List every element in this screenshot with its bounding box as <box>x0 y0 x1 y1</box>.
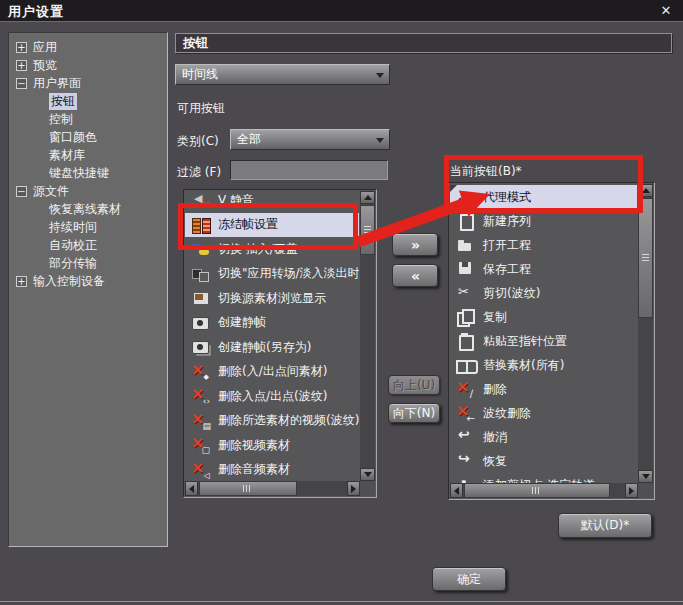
default-button[interactable]: 默认(D)* <box>558 513 652 538</box>
remove-button[interactable]: « <box>392 264 438 287</box>
delete-icon <box>456 381 475 397</box>
sidebar-item[interactable]: +预览 <box>9 56 167 74</box>
sidebar-item[interactable]: −源文件 <box>9 182 167 200</box>
paste-pointer-icon <box>456 333 475 349</box>
move-up-button[interactable]: 向上(U) <box>388 375 440 395</box>
list-item-label: 打开工程 <box>483 237 531 254</box>
list-item[interactable]: 波纹删除 <box>450 401 637 425</box>
context-dropdown-value: 时间线 <box>182 67 218 81</box>
list-item-label: 删除视频素材 <box>218 437 290 454</box>
filter-input[interactable] <box>230 160 388 180</box>
horizontal-scrollbar[interactable] <box>450 483 638 498</box>
close-icon[interactable]: ✕ <box>657 2 675 20</box>
scroll-up-button[interactable] <box>360 191 375 204</box>
arrow-left-icon <box>450 487 459 495</box>
list-item-label: 剪切(波纹) <box>483 285 540 302</box>
undo-icon <box>456 429 475 445</box>
list-item[interactable]: 恢复 <box>450 449 637 473</box>
list-item[interactable]: 删除所选素材的视频(波纹) <box>185 409 359 434</box>
available-buttons-label: 可用按钮 <box>177 100 225 117</box>
expand-icon[interactable]: + <box>16 276 27 287</box>
scrollbar-thumb[interactable] <box>199 481 297 496</box>
category-dropdown[interactable]: 全部 <box>230 129 390 150</box>
arrow-right-icon <box>629 487 638 495</box>
scroll-left-button[interactable] <box>450 483 463 498</box>
list-item[interactable]: 删除视频素材 <box>185 433 359 458</box>
list-item[interactable]: 创建静帧 <box>185 311 359 336</box>
list-item[interactable]: 添加剪切点-选定轨道 <box>450 473 637 483</box>
sidebar-item[interactable]: +应用 <box>9 38 167 56</box>
list-item[interactable]: 切换"应用转场/淡入淡出时 <box>185 262 359 287</box>
add-button[interactable]: » <box>392 233 438 256</box>
list-item[interactable]: 删除 <box>450 377 637 401</box>
arrow-up-icon <box>364 191 372 200</box>
window-bottom-edge <box>0 601 683 602</box>
page-title: 按钮 <box>175 33 672 53</box>
expand-icon[interactable]: + <box>16 60 27 71</box>
ok-button[interactable]: 确定 <box>432 567 506 591</box>
scrollbar-corner <box>638 483 653 498</box>
sidebar-item-label: 恢复离线素材 <box>49 201 121 218</box>
arrow-left-icon <box>185 485 194 493</box>
move-down-button[interactable]: 向下(N) <box>388 403 440 423</box>
scroll-right-button[interactable] <box>347 481 360 496</box>
list-item[interactable]: 打开工程 <box>450 233 637 257</box>
collapse-icon[interactable]: − <box>16 78 27 89</box>
highlight-box-available-item <box>178 203 358 250</box>
sidebar-item[interactable]: 按钮 <box>9 92 167 110</box>
context-dropdown[interactable]: 时间线 <box>175 64 390 85</box>
list-item[interactable]: 粘贴至指针位置 <box>450 329 637 353</box>
sidebar-item-label: 控制 <box>49 111 73 128</box>
list-item[interactable]: 剪切(波纹) <box>450 281 637 305</box>
list-item-label: 保存工程 <box>483 261 531 278</box>
scrollbar-thumb[interactable] <box>360 205 375 255</box>
sidebar-item[interactable]: 自动校正 <box>9 236 167 254</box>
list-item-label: 删除音频素材 <box>218 461 290 478</box>
settings-tree: +应用+预览−用户界面按钮控制窗口颜色素材库键盘快捷键−源文件恢复离线素材持续时… <box>8 32 168 547</box>
transition-toggle-icon <box>191 266 210 282</box>
scroll-down-button[interactable] <box>360 468 375 481</box>
arrow-down-icon <box>364 472 372 481</box>
list-item[interactable]: 切换源素材浏览显示 <box>185 286 359 311</box>
sidebar-item-label: 预览 <box>33 57 57 74</box>
horizontal-scrollbar[interactable] <box>185 481 360 496</box>
delete-between-icon <box>191 364 210 380</box>
copy-icon <box>456 309 475 325</box>
expand-icon[interactable]: + <box>16 42 27 53</box>
sidebar-item-label: 用户界面 <box>33 75 81 92</box>
sidebar-item[interactable]: 窗口颜色 <box>9 128 167 146</box>
sidebar-item[interactable]: 部分传输 <box>9 254 167 272</box>
list-item-label: 恢复 <box>483 453 507 470</box>
redo-icon <box>456 453 475 469</box>
sidebar-item[interactable]: 控制 <box>9 110 167 128</box>
scroll-right-button[interactable] <box>625 483 638 498</box>
scrollbar-thumb[interactable] <box>464 483 610 498</box>
list-item-label: 删除入点/出点(波纹) <box>218 388 327 405</box>
sidebar-item[interactable]: 素材库 <box>9 146 167 164</box>
scroll-down-button[interactable] <box>638 470 653 483</box>
list-item[interactable]: 复制 <box>450 305 637 329</box>
sidebar-item-label: 输入控制设备 <box>33 273 105 290</box>
collapse-icon[interactable]: − <box>16 186 27 197</box>
chevron-down-icon <box>376 138 384 147</box>
sidebar-item[interactable]: 持续时间 <box>9 218 167 236</box>
list-item[interactable]: 删除入点/出点(波纹) <box>185 384 359 409</box>
category-dropdown-value: 全部 <box>237 132 261 146</box>
vertical-scrollbar[interactable] <box>638 184 653 483</box>
scrollbar-corner <box>360 481 375 496</box>
sidebar-item-label: 持续时间 <box>49 219 97 236</box>
list-item[interactable]: 删除音频素材 <box>185 458 359 482</box>
sidebar-item[interactable]: 恢复离线素材 <box>9 200 167 218</box>
sidebar-item[interactable]: −用户界面 <box>9 74 167 92</box>
list-item[interactable]: 创建静帧(另存为) <box>185 335 359 360</box>
list-item[interactable]: 删除(入/出点间素材) <box>185 360 359 385</box>
vertical-scrollbar[interactable] <box>360 191 375 481</box>
sidebar-item[interactable]: +输入控制设备 <box>9 272 167 290</box>
scroll-left-button[interactable] <box>185 481 198 496</box>
sidebar-item[interactable]: 键盘快捷键 <box>9 164 167 182</box>
list-item[interactable]: 撤消 <box>450 425 637 449</box>
list-item-label: 删除(入/出点间素材) <box>218 363 327 380</box>
scrollbar-thumb[interactable] <box>638 198 653 318</box>
list-item[interactable]: 保存工程 <box>450 257 637 281</box>
list-item[interactable]: 替换素材(所有) <box>450 353 637 377</box>
